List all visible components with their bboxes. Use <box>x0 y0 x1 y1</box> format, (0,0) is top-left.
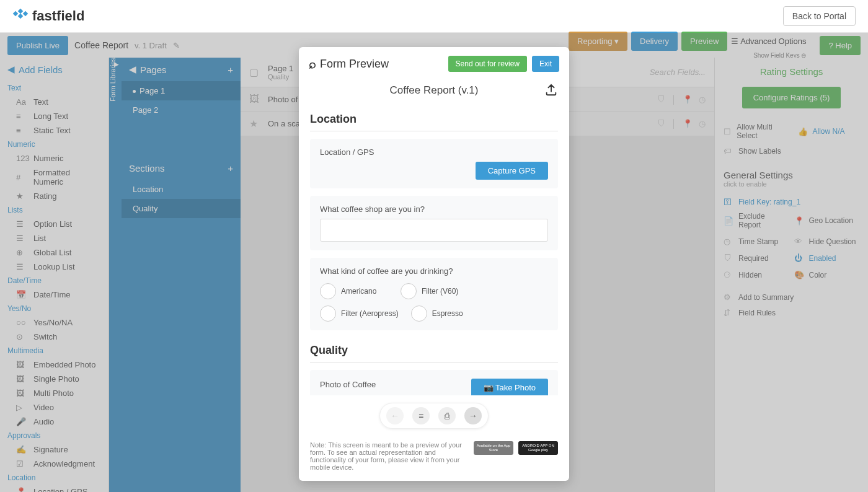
svg-rect-1 <box>18 9 23 14</box>
radio-v60[interactable]: Filter (V60) <box>401 283 469 299</box>
section-location-title: Location <box>310 107 558 131</box>
kind-question: What kind of coffee are you drinking? <box>320 266 548 276</box>
preview-note: Note: This screen is meant to be a previ… <box>310 441 466 471</box>
capture-gps-button[interactable]: Capture GPS <box>476 162 548 180</box>
app-store-badge[interactable]: Available on the App Store <box>474 441 513 455</box>
section-quality-title: Quality <box>310 338 558 362</box>
radio-icon <box>411 305 427 322</box>
modal-title: Form Preview <box>320 58 389 71</box>
play-store-badge[interactable]: ANDROID APP ON Google play <box>518 441 558 455</box>
shop-input[interactable] <box>320 219 548 242</box>
exit-button[interactable]: Exit <box>532 56 559 72</box>
divider <box>310 362 558 362</box>
form-preview-modal: ⌕ Form Preview Send out for review Exit … <box>299 47 569 481</box>
gps-card: Location / GPS Capture GPS <box>310 139 558 188</box>
send-review-button[interactable]: Send out for review <box>448 56 527 72</box>
nav-pill: ← ≡ ⎙ → <box>379 403 489 429</box>
nav-menu-button[interactable]: ≡ <box>412 407 430 424</box>
logo[interactable]: fastfield <box>12 8 84 24</box>
preview-form-title: Coffee Report (v.1) <box>390 84 479 96</box>
radio-espresso[interactable]: Espresso <box>411 305 479 322</box>
shop-card: What coffee shop are you in? <box>310 196 558 250</box>
shop-question: What coffee shop are you in? <box>320 204 548 214</box>
photo-label: Photo of Coffee <box>320 380 376 389</box>
gps-label: Location / GPS <box>320 147 548 157</box>
radio-icon <box>320 283 336 299</box>
kind-card: What kind of coffee are you drinking? Am… <box>310 258 558 330</box>
upload-icon[interactable] <box>544 83 558 100</box>
svg-rect-0 <box>13 11 18 16</box>
search-icon: ⌕ <box>309 57 316 71</box>
logo-icon <box>12 8 29 24</box>
back-to-portal-button[interactable]: Back to Portal <box>783 6 856 26</box>
radio-americano[interactable]: Americano <box>320 283 388 299</box>
nav-prev-button[interactable]: ← <box>386 407 404 424</box>
radio-aeropress[interactable]: Filter (Aeropress) <box>320 305 399 322</box>
radio-icon <box>320 305 336 322</box>
svg-rect-3 <box>23 11 28 16</box>
logo-text: fastfield <box>32 8 84 24</box>
svg-rect-2 <box>18 14 23 19</box>
nav-bookmark-button[interactable]: ⎙ <box>438 407 456 424</box>
divider <box>310 131 558 131</box>
photo-card: Photo of Coffee 📷 Take Photo <box>310 370 558 395</box>
take-photo-button[interactable]: 📷 Take Photo <box>471 379 548 395</box>
radio-icon <box>401 283 417 299</box>
nav-next-button[interactable]: → <box>464 407 482 424</box>
